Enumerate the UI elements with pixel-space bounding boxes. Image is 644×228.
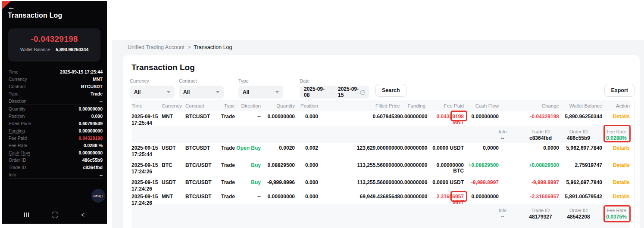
column-header-direction: Direction <box>235 103 261 108</box>
detail-label: Funding <box>9 128 25 133</box>
cell-change: -0.04329198 <box>499 114 559 120</box>
detail-value: 0.00000000 <box>79 150 103 155</box>
cell-filled_price: 69,949.43685648 <box>318 194 400 200</box>
cell-cash_flow: 0.00000000 <box>464 114 499 120</box>
detail-value: 0.0288 % <box>84 143 103 148</box>
filter-group-currency: CurrencyAll <box>130 78 175 99</box>
chevron-down-icon <box>216 91 219 93</box>
cell-position: 0.000 <box>295 114 318 120</box>
cell-fee_paid: 0.04329198 MNT <box>425 114 464 125</box>
expanded-value: 0.0375% <box>603 214 630 220</box>
detail-label: Trade ID <box>9 165 26 170</box>
cell-position: 0.000 <box>295 180 318 185</box>
expanded-item: Info-- <box>489 208 516 220</box>
cell-contract: BTCUSDT <box>185 145 218 151</box>
detail-value: -- <box>100 99 103 104</box>
home-icon[interactable] <box>52 212 58 218</box>
cell-type: Trade <box>218 163 235 168</box>
cell-position: 0.000 <box>295 163 318 168</box>
details-link[interactable]: Details <box>602 194 630 200</box>
cell-time: 2025-09-1517:24:26 <box>131 194 162 206</box>
detail-label: Direction <box>9 99 26 104</box>
recents-icon[interactable] <box>24 213 29 217</box>
table-row: 2025-09-1517:25:44USDTBTCUSDTTradeOpen B… <box>131 143 630 160</box>
expanded-value: -- <box>489 214 516 220</box>
mobile-transaction-log-panel: ← Transaction Log -0.04329198 Wallet Bal… <box>2 1 107 224</box>
action-column-divider <box>635 100 635 228</box>
breadcrumb: Unified Trading Account>Transaction Log <box>128 44 232 50</box>
cell-fee_paid: 2.31606957 MNT <box>425 194 464 205</box>
expanded-value: 0.0288% <box>603 135 630 141</box>
bybit-logo-badge[interactable]: BYB|T <box>91 189 105 203</box>
cell-change: 0.0000 <box>499 145 559 151</box>
back-arrow-icon[interactable]: ← <box>8 3 15 12</box>
detail-row: ContractBTCUSDT <box>9 83 103 90</box>
cell-fee_paid: 0.0000 USDT <box>425 145 464 151</box>
details-link[interactable]: Details <box>602 114 630 120</box>
cell-contract: BTCUSDT <box>185 114 218 120</box>
detail-row: Info-- <box>9 171 103 179</box>
detail-value: 486c55b9 <box>82 157 103 163</box>
details-link[interactable]: Details <box>602 163 630 168</box>
date-range-input[interactable]: 2025-09-08 → 2025-09-15 <box>300 86 369 99</box>
column-header-wallet_balance: Wallet Balance <box>559 103 602 108</box>
search-button[interactable]: Search <box>375 84 406 97</box>
expanded-label: Order ID <box>565 208 592 213</box>
column-header-filled_price: Filled Price <box>318 103 400 108</box>
expanded-item: Order ID48542208 <box>565 208 592 220</box>
cell-cash_flow: -9,999.8997 <box>464 180 499 185</box>
cell-direction: Buy <box>235 180 261 185</box>
android-back-icon[interactable]: < <box>81 211 84 219</box>
export-button[interactable]: Export <box>604 84 635 97</box>
detail-value: 0.000 <box>91 114 103 119</box>
column-header-action: Action <box>602 103 630 108</box>
detail-row: Direction-- <box>9 97 103 105</box>
breadcrumb-separator: > <box>188 44 191 50</box>
column-header-position: Position <box>295 103 318 108</box>
cell-type: Trade <box>218 194 235 200</box>
cell-currency: USDT <box>162 145 185 151</box>
wallet-balance-value: 5,890.96250344 <box>56 47 88 52</box>
expanded-item: Info-- <box>489 129 516 141</box>
type-select[interactable]: All <box>238 86 283 99</box>
cell-cash_flow: 0.0000 <box>464 145 499 151</box>
cell-quantity: 0.08829500 <box>261 163 295 168</box>
details-link[interactable]: Details <box>602 180 630 185</box>
bybit-logo-text: BYB <box>94 194 100 197</box>
android-navbar: < <box>2 206 107 224</box>
detail-value: 0.04329198 <box>79 136 103 141</box>
time-clock: 17:24:26 <box>131 169 162 175</box>
cell-funding: 0.00000000 <box>400 145 425 151</box>
date-filter-label: Date <box>300 78 369 83</box>
contract-select[interactable]: All <box>179 86 224 99</box>
phone-page-title: Transaction Log <box>8 12 63 19</box>
cell-funding: 0.00000000 <box>400 180 425 185</box>
time-date: 2025-09-15 <box>131 163 162 168</box>
column-header-currency: Currency <box>162 103 185 108</box>
detail-label: Info <box>9 172 16 177</box>
expanded-item: Fee Rate0.0288% <box>603 129 630 141</box>
bybit-logo-text-2: T <box>101 194 103 197</box>
detail-row: Cash Flow0.00000000 <box>9 149 103 156</box>
detail-value: 0.60794539 <box>79 121 103 126</box>
cell-wallet_balance: 5,962,697.7840 <box>559 145 602 151</box>
cell-filled_price: 123,629.00000000 <box>318 145 400 151</box>
time-clock: 17:25:44 <box>131 152 162 157</box>
column-header-cash_flow: Cash Flow <box>464 103 499 108</box>
detail-label: Fee Rate <box>9 143 27 148</box>
expanded-label: Trade ID <box>527 129 554 134</box>
breadcrumb-parent[interactable]: Unified Trading Account <box>128 44 184 50</box>
expanded-item: Order ID486c55b9 <box>565 129 592 141</box>
details-link[interactable]: Details <box>602 145 630 151</box>
detail-label: Time <box>9 69 19 74</box>
cell-currency: MNT <box>162 194 185 200</box>
table-row: 2025-09-1517:24:26BTCBTC/USDTTradeBuy0.0… <box>131 160 630 177</box>
expanded-value: -- <box>489 135 516 141</box>
detail-label: Type <box>9 91 19 96</box>
currency-select[interactable]: All <box>130 86 175 99</box>
detail-row: Fee Rate0.0288 % <box>9 142 103 149</box>
expanded-label: Fee Rate <box>603 129 630 134</box>
column-header-change: Change <box>499 103 559 108</box>
cell-currency: MNT <box>162 114 185 120</box>
cell-currency: USDT <box>162 180 185 185</box>
